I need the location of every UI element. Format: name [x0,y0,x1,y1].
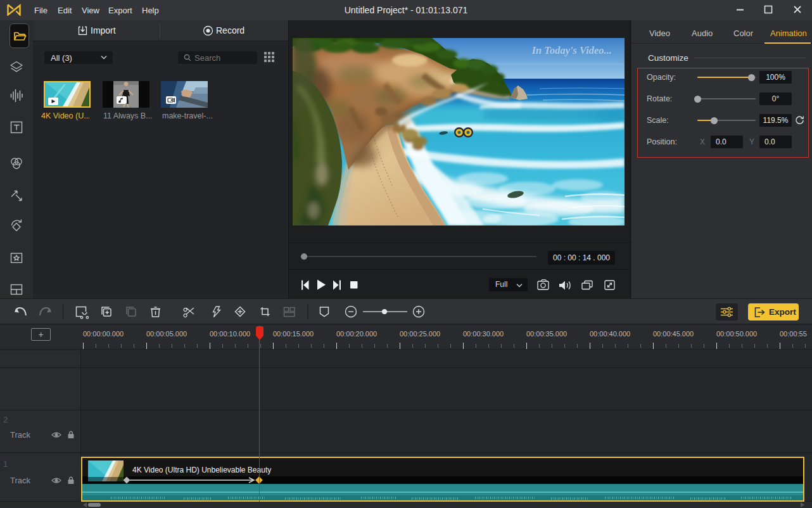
svg-text:In Today's Video...: In Today's Video... [531,44,612,56]
